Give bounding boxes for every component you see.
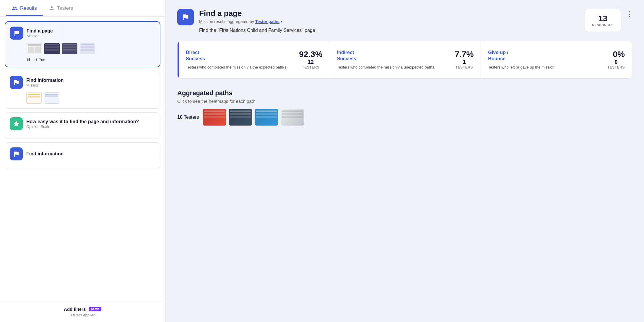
- mission-info-4: Find information: [26, 151, 64, 157]
- detail-icon: [177, 9, 194, 25]
- stat-testers-indirect: TESTERS: [455, 65, 474, 69]
- mission-header-4: Find information: [10, 147, 155, 160]
- detail-flag-icon: [181, 13, 190, 21]
- thumbnail-1: [27, 43, 42, 54]
- mission-info-2: Find information Mission: [26, 78, 64, 87]
- mission-card-find-a-page[interactable]: Find a page Mission: [5, 21, 160, 67]
- mission-list: Find a page Mission: [0, 17, 165, 302]
- responses-box: 13 RESPONSES: [585, 9, 621, 32]
- aggregated-paths-subtitle: Click to see the heatmaps for each path: [177, 99, 632, 104]
- flag-icon: [13, 30, 20, 37]
- mission-title-3: How easy was it to find the page and inf…: [26, 119, 139, 124]
- mission-title: Find a page: [27, 28, 53, 34]
- detail-description: Find the "First Nations Child and Family…: [199, 27, 579, 34]
- responses-label: RESPONSES: [592, 23, 614, 27]
- detail-header: Find a page Mission results aggregated b…: [177, 9, 632, 34]
- flag-icon-2: [13, 79, 20, 86]
- stat-category-direct: DirectSuccess: [186, 50, 294, 62]
- thumbnail-2-1: [26, 92, 42, 104]
- stat-description-indirect: Testers who completed the mission via un…: [337, 64, 450, 70]
- mission-type-2: Mission: [26, 83, 64, 87]
- stat-content-indirect: IndirectSuccess Testers who completed th…: [337, 50, 450, 70]
- path-thumb-2[interactable]: [229, 109, 252, 126]
- mission-thumbnails: [27, 43, 155, 54]
- more-dot-1: [629, 11, 630, 12]
- detail-title: Find a page: [199, 9, 579, 18]
- stat-count-giveup: 0: [607, 59, 625, 65]
- thumbnail-2: [44, 43, 60, 54]
- thumbnail-4: [80, 43, 95, 54]
- stat-content-giveup: Give-up /Bounce Testers who left or gave…: [488, 50, 603, 70]
- path-tag-label: +1 Path: [33, 58, 46, 62]
- paths-testers-number: 10: [177, 115, 183, 120]
- mission-icon-find-a-page: [10, 27, 23, 40]
- stat-description-direct: Testers who completed the mission via th…: [186, 64, 294, 70]
- paths-row: 10 Testers: [177, 109, 632, 126]
- mission-info-3: How easy was it to find the page and inf…: [26, 119, 139, 129]
- more-dot-2: [629, 14, 630, 15]
- results-icon: [12, 5, 18, 11]
- tab-testers[interactable]: Testers: [43, 0, 79, 16]
- mission-info: Find a page Mission: [27, 28, 53, 38]
- responses-count: 13: [592, 14, 614, 23]
- thumbnail-2-2: [44, 92, 59, 104]
- mission-header: Find a page Mission: [10, 27, 155, 40]
- chevron-down-icon[interactable]: ▾: [281, 19, 282, 24]
- tab-testers-label: Testers: [57, 5, 73, 11]
- testers-icon: [49, 5, 55, 11]
- mission-icon-find-info: [10, 76, 23, 89]
- tab-results-label: Results: [20, 5, 37, 11]
- stat-testers-giveup: TESTERS: [607, 65, 625, 69]
- left-panel: Results Testers Find a page Mission: [0, 0, 165, 322]
- star-icon: [13, 120, 20, 127]
- mission-type-3: Opinion Scale: [26, 124, 139, 129]
- path-thumbnails: [203, 109, 304, 126]
- mission-title-4: Find information: [26, 151, 64, 157]
- stat-numbers-direct: 92.3% 12 TESTERS: [299, 50, 322, 69]
- path-tag: +1 Path: [27, 57, 155, 62]
- stat-card-indirect-success[interactable]: IndirectSuccess Testers who completed th…: [330, 41, 481, 78]
- path-thumb-4[interactable]: [281, 109, 304, 126]
- mission-icon-find-info-2: [10, 147, 23, 160]
- stat-card-give-up[interactable]: Give-up /Bounce Testers who left or gave…: [481, 41, 632, 78]
- mission-header-3: How easy was it to find the page and inf…: [10, 117, 155, 130]
- mission-icon-opinion: [10, 117, 23, 130]
- stats-row: DirectSuccess Testers who completed the …: [177, 41, 632, 79]
- aggregated-paths-title: Aggregated paths: [177, 89, 632, 97]
- stat-percentage-direct: 92.3%: [299, 50, 322, 59]
- stat-count-indirect: 1: [455, 59, 474, 65]
- stat-category-giveup: Give-up /Bounce: [488, 50, 603, 62]
- detail-info: Find a page Mission results aggregated b…: [199, 9, 579, 34]
- aggregated-by-link[interactable]: Tester paths: [255, 19, 279, 24]
- stat-category-indirect: IndirectSuccess: [337, 50, 450, 62]
- tabs-bar: Results Testers: [0, 0, 165, 17]
- mission-card-opinion-scale[interactable]: How easy was it to find the page and inf…: [5, 112, 160, 139]
- stat-numbers-giveup: 0% 0 TESTERS: [607, 50, 625, 69]
- paths-testers-label: Testers: [184, 115, 199, 120]
- tab-results[interactable]: Results: [6, 0, 43, 16]
- stat-card-direct-success[interactable]: DirectSuccess Testers who completed the …: [178, 41, 330, 78]
- mission-card-find-info-2[interactable]: Find information: [5, 142, 160, 169]
- bottom-bar-row: Add filters NEW!: [64, 307, 101, 312]
- add-filters-label[interactable]: Add filters: [64, 307, 86, 312]
- right-panel: Find a page Mission results aggregated b…: [165, 0, 644, 322]
- mission-card-find-information[interactable]: Find information Mission: [5, 71, 160, 109]
- stat-testers-direct: TESTERS: [299, 65, 322, 69]
- mission-header-2: Find information Mission: [10, 76, 155, 89]
- path-thumb-1[interactable]: [203, 109, 226, 126]
- stat-content-direct: DirectSuccess Testers who completed the …: [186, 50, 294, 70]
- aggregated-by: Mission results aggregated by Tester pat…: [199, 19, 579, 24]
- stat-percentage-giveup: 0%: [607, 50, 625, 59]
- mission-title-2: Find information: [26, 78, 64, 83]
- thumbnail-3: [62, 43, 77, 54]
- aggregated-by-prefix: Mission results aggregated by: [199, 19, 254, 24]
- new-badge: NEW!: [89, 307, 101, 311]
- stat-count-direct: 12: [299, 59, 322, 65]
- bottom-bar: Add filters NEW! 0 filters applied: [0, 302, 165, 322]
- more-dot-3: [629, 16, 630, 17]
- flag-icon-4: [13, 150, 20, 157]
- mission-thumbnails-2: [26, 92, 155, 104]
- more-options-button[interactable]: [626, 9, 632, 19]
- paths-testers-count: 10 Testers: [177, 115, 199, 120]
- path-thumb-3[interactable]: [255, 109, 278, 126]
